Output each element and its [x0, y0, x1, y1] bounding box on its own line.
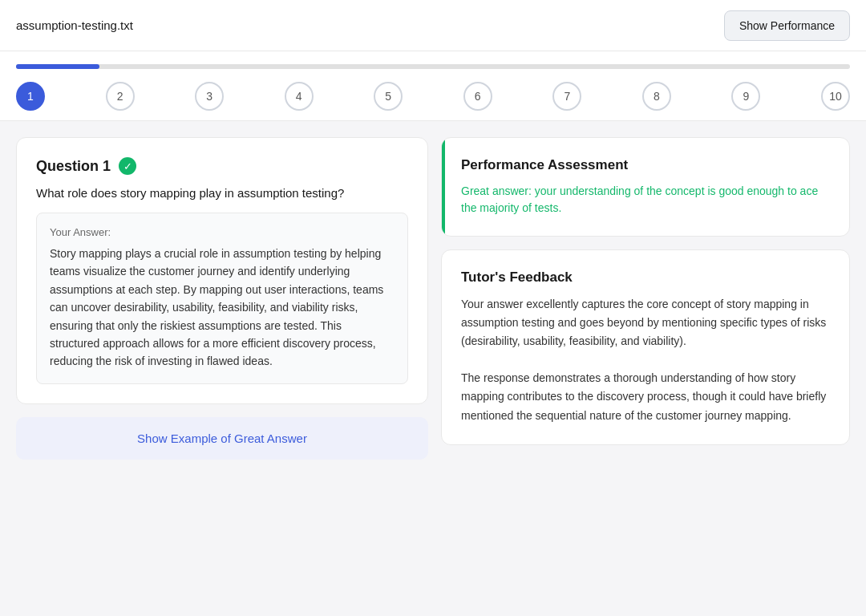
- tutor-feedback-title: Tutor's Feedback: [461, 270, 830, 286]
- question-header: Question 1 ✓: [36, 157, 408, 175]
- page-title: assumption-testing.txt: [16, 18, 133, 32]
- step-8[interactable]: 8: [642, 82, 671, 111]
- progress-bar-track: [16, 64, 850, 69]
- question-text: What role does story mapping play in ass…: [36, 186, 408, 200]
- step-2[interactable]: 2: [106, 82, 135, 111]
- answer-label: Your Answer:: [50, 226, 395, 238]
- progress-area: 1 2 3 4 5 6 7 8 9 10: [0, 51, 866, 121]
- question-card: Question 1 ✓ What role does story mappin…: [16, 137, 428, 404]
- performance-assessment-card: Performance Assessment Great answer: you…: [441, 137, 850, 237]
- progress-bar-fill: [16, 64, 99, 69]
- steps-row: 1 2 3 4 5 6 7 8 9 10: [16, 82, 850, 120]
- step-5[interactable]: 5: [374, 82, 403, 111]
- main-content: Question 1 ✓ What role does story mappin…: [0, 121, 866, 476]
- tutor-feedback-text: Your answer excellently captures the cor…: [461, 295, 830, 425]
- show-example-button[interactable]: Show Example of Great Answer: [16, 417, 428, 460]
- step-4[interactable]: 4: [285, 82, 314, 111]
- performance-assessment-title: Performance Assessment: [461, 157, 830, 173]
- step-3[interactable]: 3: [195, 82, 224, 111]
- step-6[interactable]: 6: [463, 82, 492, 111]
- check-icon: ✓: [119, 157, 136, 175]
- step-1[interactable]: 1: [16, 82, 45, 111]
- answer-text: Story mapping plays a crucial role in as…: [50, 245, 395, 371]
- left-panel: Question 1 ✓ What role does story mappin…: [16, 137, 428, 460]
- right-panel: Performance Assessment Great answer: you…: [441, 137, 850, 460]
- step-10[interactable]: 10: [821, 82, 850, 111]
- answer-box: Your Answer: Story mapping plays a cruci…: [36, 213, 408, 384]
- header: assumption-testing.txt Show Performance: [0, 0, 866, 51]
- step-7[interactable]: 7: [552, 82, 581, 111]
- question-title: Question 1: [36, 158, 111, 175]
- tutor-feedback-card: Tutor's Feedback Your answer excellently…: [441, 249, 850, 445]
- show-performance-button[interactable]: Show Performance: [724, 10, 850, 41]
- performance-assessment-text: Great answer: your understanding of the …: [461, 183, 830, 217]
- step-9[interactable]: 9: [731, 82, 760, 111]
